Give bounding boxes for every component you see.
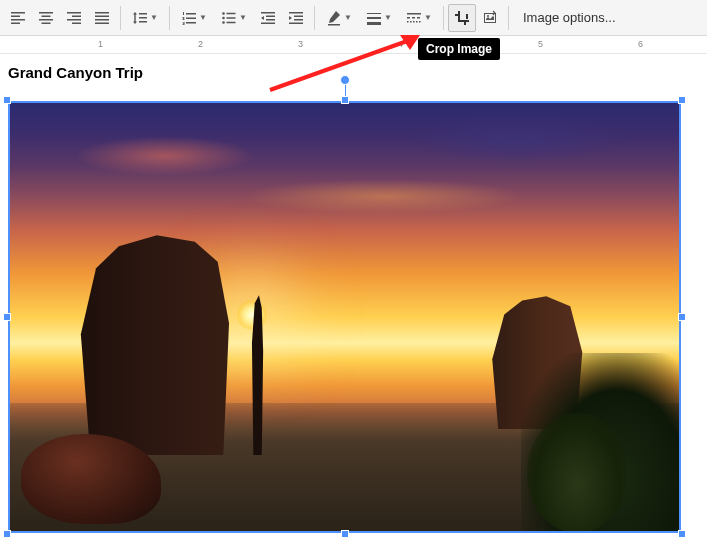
align-left-button[interactable] bbox=[4, 4, 32, 32]
align-right-button[interactable] bbox=[60, 4, 88, 32]
border-weight-button[interactable]: ▼ bbox=[359, 4, 399, 32]
toolbar-separator bbox=[443, 6, 444, 30]
resize-handle-top-middle[interactable] bbox=[341, 96, 349, 104]
decrease-indent-button[interactable] bbox=[254, 4, 282, 32]
numbered-list-button[interactable]: ▼ bbox=[174, 4, 214, 32]
border-dash-button[interactable]: ▼ bbox=[399, 4, 439, 32]
border-color-button[interactable]: ▼ bbox=[319, 4, 359, 32]
chevron-down-icon: ▼ bbox=[344, 13, 352, 22]
selected-image[interactable] bbox=[8, 101, 681, 533]
toolbar-separator bbox=[169, 6, 170, 30]
document-title: Grand Canyon Trip bbox=[8, 64, 699, 81]
svg-point-1 bbox=[222, 16, 225, 19]
increase-indent-button[interactable] bbox=[282, 4, 310, 32]
resize-handle-middle-right[interactable] bbox=[678, 313, 686, 321]
crop-image-button[interactable] bbox=[448, 4, 476, 32]
horizontal-ruler: 1 2 3 4 5 6 bbox=[0, 36, 707, 54]
chevron-down-icon: ▼ bbox=[239, 13, 247, 22]
rotate-handle[interactable] bbox=[340, 75, 350, 85]
chevron-down-icon: ▼ bbox=[199, 13, 207, 22]
svg-point-3 bbox=[487, 15, 489, 17]
toolbar-separator bbox=[120, 6, 121, 30]
chevron-down-icon: ▼ bbox=[424, 13, 432, 22]
document-area: Grand Canyon Trip bbox=[0, 54, 707, 543]
selection-border bbox=[8, 101, 681, 533]
resize-handle-bottom-left[interactable] bbox=[3, 530, 11, 538]
reset-image-button[interactable] bbox=[476, 4, 504, 32]
line-spacing-button[interactable]: ▼ bbox=[125, 4, 165, 32]
bulleted-list-button[interactable]: ▼ bbox=[214, 4, 254, 32]
align-justify-button[interactable] bbox=[88, 4, 116, 32]
image-options-button[interactable]: Image options... bbox=[513, 10, 626, 25]
crop-image-tooltip: Crop Image bbox=[418, 38, 500, 60]
svg-point-0 bbox=[222, 12, 225, 15]
chevron-down-icon: ▼ bbox=[150, 13, 158, 22]
formatting-toolbar: ▼ ▼ ▼ ▼ ▼ ▼ Image options... bbox=[0, 0, 707, 36]
resize-handle-top-right[interactable] bbox=[678, 96, 686, 104]
align-center-button[interactable] bbox=[32, 4, 60, 32]
svg-point-2 bbox=[222, 21, 225, 24]
resize-handle-bottom-middle[interactable] bbox=[341, 530, 349, 538]
chevron-down-icon: ▼ bbox=[384, 13, 392, 22]
resize-handle-bottom-right[interactable] bbox=[678, 530, 686, 538]
toolbar-separator bbox=[508, 6, 509, 30]
toolbar-separator bbox=[314, 6, 315, 30]
resize-handle-top-left[interactable] bbox=[3, 96, 11, 104]
resize-handle-middle-left[interactable] bbox=[3, 313, 11, 321]
